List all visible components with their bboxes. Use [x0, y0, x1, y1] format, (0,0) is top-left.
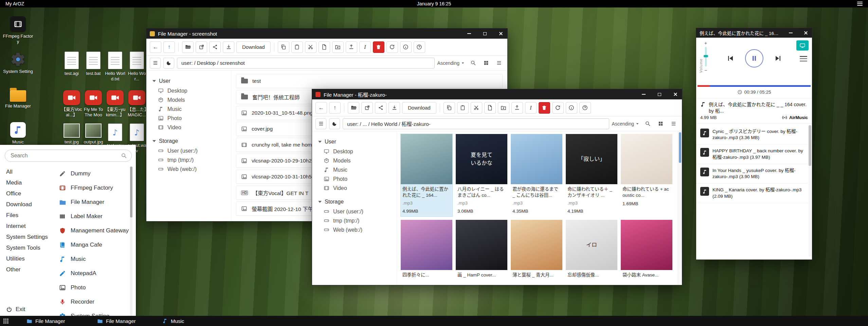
sidebar-section-user[interactable]: User [318, 139, 397, 145]
sidebar-item-user-drive[interactable]: User (user:/) [318, 207, 397, 216]
app-launcher-button[interactable] [0, 316, 12, 326]
rename-button[interactable]: I [525, 102, 537, 114]
new-folder-button[interactable] [332, 41, 344, 53]
file-tile[interactable]: 命に嫌われている + acoustic co...1.69MB [621, 134, 672, 216]
volume-down-label[interactable]: − [704, 68, 707, 73]
taskbar-item-file-manager[interactable]: File Manager [94, 316, 139, 326]
sort-dropdown[interactable]: Ascending [612, 121, 640, 127]
sidebar-item-desktop[interactable]: Desktop [318, 147, 397, 156]
titlebar[interactable]: 例えば、今此処に置かれた花に _ 164 c... [696, 28, 812, 38]
menu-icon[interactable] [857, 2, 863, 6]
category-download[interactable]: Download [5, 199, 56, 210]
cut-button[interactable] [305, 41, 317, 53]
list-view-button[interactable] [494, 58, 504, 68]
airmusic-badge[interactable]: AirMusic [782, 115, 808, 120]
open-external-button[interactable] [361, 102, 373, 114]
maximize-button[interactable] [653, 89, 666, 99]
share-button[interactable] [209, 41, 221, 53]
up-button[interactable]: ↑ [163, 41, 175, 53]
app-item-recorder[interactable]: Recorder [58, 295, 132, 309]
upload-button[interactable] [346, 41, 357, 53]
open-external-button[interactable] [196, 41, 207, 53]
desktop-icon-ffmpeg-factory[interactable]: FFmpeg Factory [3, 16, 33, 44]
sidebar-item-desktop[interactable]: Desktop [152, 86, 231, 95]
close-button[interactable] [494, 28, 507, 39]
share-button[interactable] [375, 102, 386, 114]
desktop-file[interactable]: Fly Me To The Moon... [83, 90, 104, 118]
dark-mode-button[interactable] [329, 118, 340, 129]
search-icon[interactable] [121, 153, 127, 159]
app-item-ffmpeg-factory[interactable]: FFmpeg Factory [58, 181, 132, 195]
search-button[interactable] [643, 119, 653, 129]
close-button[interactable] [800, 28, 812, 38]
sidebar-item-web-drive[interactable]: Web (web:/) [318, 225, 397, 234]
app-item-photo[interactable]: Photo [58, 281, 132, 295]
minimize-button[interactable] [785, 28, 797, 38]
properties-button[interactable] [400, 41, 412, 53]
sidebar-item-tmp-drive[interactable]: tmp (tmp:/) [318, 216, 397, 225]
exit-button[interactable]: Exit [6, 306, 25, 313]
sidebar-item-tmp-drive[interactable]: tmp (tmp:/) [152, 155, 231, 165]
file-tile[interactable]: 袋小路末 Avase... [621, 220, 672, 281]
cut-button[interactable] [471, 102, 482, 114]
path-input[interactable] [343, 118, 609, 129]
volume-up-label[interactable]: + [704, 40, 707, 46]
app-item-dummy[interactable]: Dummy [58, 167, 132, 181]
next-button[interactable] [774, 54, 782, 62]
desktop-file[interactable]: test.jpg [61, 123, 82, 145]
open-button[interactable] [182, 41, 194, 53]
app-item-notepada[interactable]: NotepadA [58, 266, 132, 281]
app-item-file-manager[interactable]: File Manager [58, 195, 132, 209]
desktop-file[interactable]: 【東方~yu kimin...】 [105, 90, 126, 118]
grid-view-button[interactable] [655, 119, 666, 129]
download-button[interactable]: Download [236, 41, 271, 53]
sidebar-section-storage[interactable]: Storage [318, 199, 397, 205]
sidebar-item-models[interactable]: Models [318, 156, 397, 165]
app-item-music[interactable]: Music [58, 252, 132, 266]
grid-view-button[interactable] [481, 58, 491, 68]
refresh-button[interactable] [386, 41, 398, 53]
category-internet[interactable]: Internet [5, 221, 56, 232]
download-icon-button[interactable] [388, 102, 400, 114]
category-other[interactable]: Other [5, 264, 56, 275]
maximize-button[interactable] [478, 28, 491, 39]
category-system-tools[interactable]: System Tools [5, 243, 56, 253]
desktop-icon-music[interactable]: Music [3, 122, 33, 145]
desktop-file[interactable]: test.bat [83, 52, 104, 76]
sidebar-section-user[interactable]: User [152, 78, 231, 84]
titlebar[interactable]: File Manager - 柘榴-zakuro- [312, 89, 682, 99]
help-button[interactable] [414, 41, 425, 53]
category-utilities[interactable]: Utilities [5, 253, 56, 264]
playlist-toggle-button[interactable] [800, 56, 807, 61]
taskbar-item-music[interactable]: Music [160, 316, 187, 326]
category-media[interactable]: Media [5, 177, 56, 188]
sidebar-item-video[interactable]: Video [318, 184, 397, 193]
category-office[interactable]: Office [5, 188, 56, 199]
sidebar-toggle-button[interactable] [315, 118, 326, 129]
new-folder-button[interactable] [498, 102, 509, 114]
category-all[interactable]: All [5, 167, 56, 177]
new-file-button[interactable] [319, 41, 330, 53]
desktop-file[interactable]: 【東方Vocal...】 [61, 90, 82, 118]
app-list-scrollbar[interactable] [130, 167, 132, 316]
dark-mode-button[interactable] [163, 58, 174, 69]
sort-dropdown[interactable]: Ascending [437, 60, 465, 66]
app-item-management-gateway[interactable]: Management Gateway [58, 224, 132, 238]
paste-button[interactable] [291, 41, 303, 53]
seek-bar[interactable] [698, 85, 811, 87]
app-item-manga-cafe[interactable]: Manga Cafe [58, 238, 132, 252]
sidebar-toggle-button[interactable] [150, 58, 161, 69]
file-tile[interactable]: イロ 忘却感傷仮像... [566, 220, 617, 281]
category-system-settings[interactable]: System Settings [5, 232, 56, 243]
previous-button[interactable] [726, 54, 734, 62]
up-button[interactable]: ↑ [329, 102, 341, 114]
file-tile[interactable]: 夏を見て いるかな 八月のレイニー _ はるまきごはん co....mp33.0… [456, 134, 507, 216]
delete-button[interactable] [373, 41, 384, 53]
help-button[interactable] [579, 102, 591, 114]
playlist-item[interactable]: Cynic _ ポリスピカデリー cover. by 柘榴-zakuro-.mp… [696, 125, 808, 145]
titlebar[interactable]: File Manager - screenshot [146, 28, 507, 39]
app-item-label-maker[interactable]: Label Maker [58, 209, 132, 224]
desktop-file[interactable]: Hello Wor... [126, 52, 147, 82]
back-button[interactable]: ← [315, 102, 327, 114]
list-view-button[interactable] [668, 119, 679, 129]
